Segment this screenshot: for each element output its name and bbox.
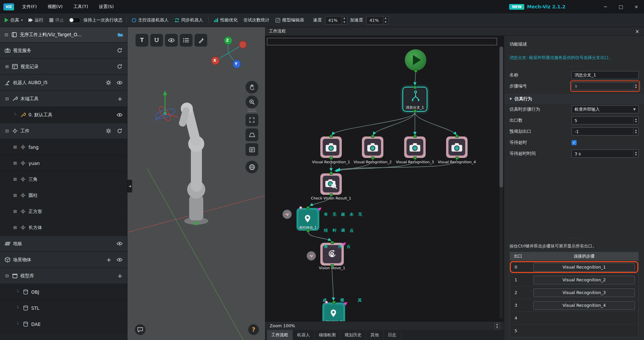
eye-icon[interactable] — [117, 112, 122, 118]
simulate-button[interactable]: 仿真 ▾ — [3, 16, 24, 24]
globe-button[interactable] — [246, 161, 258, 173]
sidebar-item-triangle[interactable]: ⊞ 三角 — [0, 171, 127, 187]
sidebar-item-stl[interactable]: └ STL — [0, 300, 127, 316]
sync-robot-button[interactable]: 同步机器人 — [173, 16, 205, 24]
tab-plan-history[interactable]: 规划历史 — [340, 330, 366, 340]
scrollbar-thumb[interactable] — [499, 47, 503, 187]
stop-button[interactable]: 停止 — [48, 16, 65, 24]
master-control-button[interactable]: 主控连接机器人 — [130, 16, 170, 24]
sidebar-item-obj[interactable]: └ OBJ — [0, 284, 127, 300]
no-send-icon[interactable] — [282, 210, 292, 219]
input-port[interactable] — [455, 135, 459, 138]
menu-view[interactable]: 视图(V) — [42, 0, 68, 13]
sidebar-item-vision-service[interactable]: 视觉服务 — [0, 43, 127, 59]
canvas-scrollbar[interactable] — [499, 47, 503, 319]
sidebar-item-fang[interactable]: ⊞ fang — [0, 139, 127, 155]
panel-grip[interactable] — [248, 110, 256, 112]
model-editor-button[interactable]: 模型编辑器 — [274, 16, 306, 24]
tab-others[interactable]: 其他 — [366, 330, 384, 340]
sidebar-item-floor[interactable]: 地板 — [0, 236, 127, 252]
keep-state-toggle[interactable] — [68, 17, 80, 23]
output-port[interactable] — [330, 193, 333, 196]
output-port[interactable] — [414, 110, 417, 113]
plus-icon[interactable]: + — [117, 273, 122, 279]
input-port[interactable] — [332, 301, 335, 304]
node-visual-recognition-4[interactable] — [446, 136, 468, 158]
tab-log[interactable]: 日志 — [384, 330, 401, 340]
performance-button[interactable]: 性能优化 — [212, 16, 239, 24]
output-port[interactable] — [414, 69, 417, 72]
output-port[interactable] — [330, 157, 333, 160]
output-port[interactable] — [307, 229, 310, 232]
collapse-icon[interactable]: ⊟ — [5, 128, 9, 133]
sidebar-item-default-tool[interactable]: └ 0. 默认工具 — [0, 107, 127, 123]
input-port[interactable] — [330, 135, 333, 138]
expand-icon[interactable]: ⊞ — [13, 225, 17, 230]
sidebar-item-yuan[interactable]: ⊞ yuan — [0, 155, 127, 171]
node-check-vision-result[interactable] — [320, 173, 342, 195]
magnet-button[interactable] — [150, 34, 163, 47]
gear-icon[interactable] — [106, 80, 111, 86]
input-port[interactable] — [371, 135, 374, 138]
axis-z-label[interactable]: Z — [226, 38, 229, 43]
table-row[interactable]: 1 Visual Recognition_2 — [510, 273, 638, 286]
expand-icon[interactable]: ⊞ — [5, 64, 9, 69]
node-message-branch[interactable]: 消息分支_1 — [402, 87, 427, 112]
workflow-start-node[interactable] — [405, 49, 426, 71]
section-simulation-behavior[interactable]: ▼ 仿真行为 — [504, 94, 644, 104]
folder-icon[interactable] — [117, 32, 123, 38]
close-button[interactable]: × — [629, 0, 644, 13]
visibility-button[interactable] — [165, 34, 178, 47]
connected-step[interactable]: Visual Recognition_2 — [533, 276, 635, 284]
speed-spinner[interactable]: 41% ▲▼ — [325, 16, 347, 24]
spinner-arrows[interactable]: ▲▼ — [342, 16, 347, 24]
tab-robot[interactable]: 机器人 — [293, 330, 315, 340]
collapse-icon[interactable]: ⊟ — [5, 96, 9, 101]
input-port[interactable] — [414, 135, 417, 138]
connected-step[interactable]: Visual Recognition_3 — [533, 288, 635, 297]
table-row[interactable]: 5 — [510, 324, 638, 337]
accel-spinner[interactable]: 41% ▲▼ — [366, 16, 388, 24]
attempt-stats-button[interactable]: 尝试次数统计 — [242, 16, 271, 24]
name-input[interactable]: 消息分支_1 — [572, 71, 639, 79]
sidebar-item-square[interactable]: ⊞ 正方形 — [0, 204, 127, 220]
input-port[interactable] — [331, 241, 334, 244]
sidebar-item-cylinder[interactable]: ⊞ 圆柱 — [0, 187, 127, 204]
plus-icon[interactable]: + — [117, 96, 122, 102]
spinner-arrows[interactable]: ▲▼ — [633, 151, 638, 156]
output-port[interactable] — [331, 264, 334, 267]
viewport-3d[interactable]: Z X Y T — [127, 27, 265, 340]
node-relative-move-1[interactable]: ▶ 相对移动_1 — [297, 208, 319, 231]
label-toggle-button[interactable]: T — [136, 34, 148, 47]
connected-step[interactable]: Visual Recognition_1 — [533, 263, 635, 272]
gear-icon[interactable] — [106, 128, 111, 134]
collapse-icon[interactable]: ⊟ — [4, 32, 9, 37]
refresh-icon[interactable] — [117, 48, 122, 53]
output-port[interactable] — [414, 157, 417, 160]
menu-tools[interactable]: 工具(T) — [68, 0, 94, 13]
no-send-icon[interactable] — [307, 251, 316, 261]
axis-x-label[interactable]: X — [213, 58, 216, 63]
plus-icon[interactable]: + — [106, 257, 111, 263]
pan-button[interactable] — [246, 81, 258, 94]
eye-icon[interactable] — [117, 80, 122, 86]
zoom-button[interactable] — [246, 96, 258, 108]
refresh-icon[interactable] — [117, 128, 122, 134]
sidebar-item-cuboid[interactable]: ⊞ 长方体 — [0, 220, 127, 236]
sidebar-item-robot[interactable]: 机器人 AUBO_I5 — [0, 75, 127, 91]
sidebar-item-scene-objects[interactable]: 场景物体 + — [0, 252, 127, 268]
input-port[interactable] — [307, 206, 310, 209]
details-button[interactable] — [246, 143, 258, 156]
minimize-button[interactable]: ─ — [598, 0, 613, 13]
table-row[interactable]: 2 Visual Recognition_3 — [510, 286, 638, 299]
output-port[interactable] — [455, 157, 459, 160]
zoom-spinner[interactable]: ▲▼ — [494, 323, 500, 329]
expand-icon[interactable]: ⊞ — [13, 193, 17, 198]
help-button[interactable]: ? — [248, 324, 259, 335]
eye-icon[interactable] — [117, 257, 122, 263]
timeout-duration-spinner[interactable]: 3 s ▲▼ — [572, 150, 639, 158]
menu-file[interactable]: 文件(F) — [17, 0, 42, 13]
sidebar-item-workpieces[interactable]: ⊟ 工件 — [0, 123, 127, 139]
run-button[interactable]: 运行 — [27, 16, 45, 24]
connected-step[interactable]: Visual Recognition_4 — [533, 301, 635, 310]
